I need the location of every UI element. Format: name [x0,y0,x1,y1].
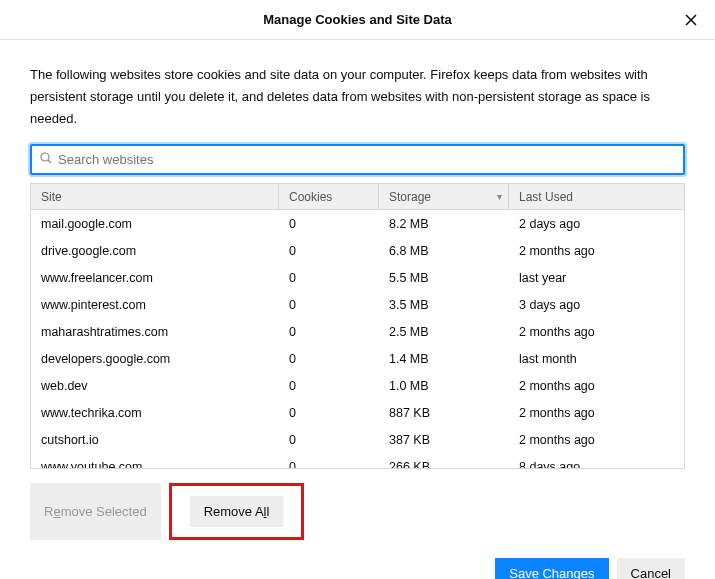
cell-last-used: 8 days ago [509,460,684,469]
column-header-label: Last Used [519,190,573,204]
cell-site: www.freelancer.com [31,271,279,285]
column-header-cookies[interactable]: Cookies [279,184,379,209]
cell-cookies: 0 [279,406,379,420]
cell-storage: 6.8 MB [379,244,509,258]
dialog-header: Manage Cookies and Site Data [0,0,715,40]
column-header-last-used[interactable]: Last Used [509,184,684,209]
dialog-title: Manage Cookies and Site Data [263,12,452,27]
cell-cookies: 0 [279,460,379,469]
save-changes-button[interactable]: Save Changes [495,558,608,579]
action-buttons-row: Remove Selected Remove All [30,483,685,540]
cell-cookies: 0 [279,352,379,366]
cancel-button[interactable]: Cancel [617,558,685,579]
close-icon [685,14,697,26]
cell-site: mail.google.com [31,217,279,231]
column-header-site[interactable]: Site [31,184,279,209]
cell-site: www.techrika.com [31,406,279,420]
table-row[interactable]: www.youtube.com0266 KB8 days ago [31,453,684,468]
cell-last-used: 2 months ago [509,406,684,420]
cell-last-used: 2 days ago [509,217,684,231]
cell-storage: 3.5 MB [379,298,509,312]
dialog-content: The following websites store cookies and… [0,40,715,540]
column-header-label: Storage [389,190,431,204]
cell-storage: 887 KB [379,406,509,420]
cell-cookies: 0 [279,271,379,285]
search-field[interactable] [30,144,685,175]
cell-cookies: 0 [279,325,379,339]
cell-site: maharashtratimes.com [31,325,279,339]
cell-last-used: 3 days ago [509,298,684,312]
remove-selected-button[interactable]: Remove Selected [30,483,161,540]
cell-cookies: 0 [279,379,379,393]
table-row[interactable]: web.dev01.0 MB2 months ago [31,372,684,399]
column-header-label: Site [41,190,62,204]
table-row[interactable]: www.pinterest.com03.5 MB3 days ago [31,291,684,318]
cell-site: cutshort.io [31,433,279,447]
dialog-footer: Save Changes Cancel [0,540,715,579]
table-body[interactable]: mail.google.com08.2 MB2 days agodrive.go… [31,210,684,468]
remove-all-button[interactable]: Remove All [190,496,284,527]
table-row[interactable]: maharashtratimes.com02.5 MB2 months ago [31,318,684,345]
cell-last-used: 2 months ago [509,379,684,393]
site-data-table: Site Cookies Storage ▾ Last Used mail.go… [30,183,685,469]
column-header-label: Cookies [289,190,332,204]
table-row[interactable]: mail.google.com08.2 MB2 days ago [31,210,684,237]
cell-last-used: last month [509,352,684,366]
svg-line-1 [48,160,51,163]
cell-site: drive.google.com [31,244,279,258]
svg-point-0 [41,153,49,161]
cell-cookies: 0 [279,244,379,258]
cell-storage: 8.2 MB [379,217,509,231]
remove-all-highlight: Remove All [169,483,305,540]
table-row[interactable]: drive.google.com06.8 MB2 months ago [31,237,684,264]
cell-storage: 1.4 MB [379,352,509,366]
cell-site: web.dev [31,379,279,393]
cell-last-used: 2 months ago [509,244,684,258]
intro-text: The following websites store cookies and… [30,64,685,130]
cell-storage: 5.5 MB [379,271,509,285]
table-header-row: Site Cookies Storage ▾ Last Used [31,184,684,210]
column-header-storage[interactable]: Storage ▾ [379,184,509,209]
table-row[interactable]: www.techrika.com0887 KB2 months ago [31,399,684,426]
cell-storage: 387 KB [379,433,509,447]
cell-storage: 2.5 MB [379,325,509,339]
table-row[interactable]: www.freelancer.com05.5 MBlast year [31,264,684,291]
cell-site: www.pinterest.com [31,298,279,312]
cell-last-used: 2 months ago [509,325,684,339]
cell-cookies: 0 [279,433,379,447]
sort-indicator-icon: ▾ [497,191,502,202]
cell-last-used: last year [509,271,684,285]
cell-cookies: 0 [279,217,379,231]
search-icon [40,152,52,167]
cell-storage: 266 KB [379,460,509,469]
close-button[interactable] [681,10,701,30]
table-row[interactable]: developers.google.com01.4 MBlast month [31,345,684,372]
cell-site: www.youtube.com [31,460,279,469]
cell-site: developers.google.com [31,352,279,366]
search-input[interactable] [58,152,675,167]
table-row[interactable]: cutshort.io0387 KB2 months ago [31,426,684,453]
cell-cookies: 0 [279,298,379,312]
cell-last-used: 2 months ago [509,433,684,447]
cell-storage: 1.0 MB [379,379,509,393]
